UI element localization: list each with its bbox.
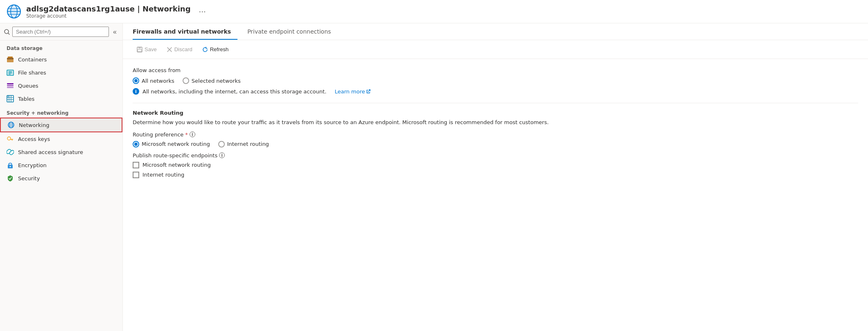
all-networks-label: All networks	[142, 78, 174, 84]
discard-button[interactable]: Discard	[163, 44, 197, 54]
sas-label: Shared access signature	[18, 149, 83, 155]
main-layout: « Data storage Containers	[0, 23, 868, 331]
internet-routing-option[interactable]: Internet routing	[218, 141, 269, 147]
tables-icon	[7, 95, 14, 102]
page-subtitle: Storage account	[26, 13, 191, 19]
learn-more-link[interactable]: Learn more	[335, 88, 371, 95]
collapse-sidebar-button[interactable]: «	[111, 27, 118, 36]
security-label: Security	[18, 175, 40, 181]
svg-rect-16	[7, 83, 14, 84]
svg-rect-24	[7, 95, 9, 97]
sidebar: « Data storage Containers	[0, 23, 123, 331]
microsoft-routing-checkbox[interactable]	[133, 162, 139, 168]
discard-icon	[167, 47, 172, 52]
save-button[interactable]: Save	[133, 44, 161, 54]
top-header: adlsg2datascans1rg1ause | Networking Sto…	[0, 0, 868, 23]
tabs-bar: Firewalls and virtual networks Private e…	[123, 23, 868, 40]
access-radio-group: All networks Selected networks	[133, 77, 858, 84]
file-shares-label: File shares	[18, 70, 46, 76]
svg-line-41	[368, 90, 370, 92]
svg-rect-18	[7, 87, 14, 88]
svg-rect-10	[8, 57, 13, 58]
svg-rect-38	[138, 50, 142, 52]
sas-icon	[7, 148, 14, 156]
info-icon: i	[133, 88, 139, 95]
allow-access-label: Allow access from	[133, 67, 858, 73]
containers-label: Containers	[18, 57, 47, 63]
file-shares-icon	[7, 69, 14, 76]
save-label: Save	[145, 46, 157, 52]
learn-more-label: Learn more	[335, 88, 365, 95]
networking-icon	[7, 121, 15, 129]
sidebar-item-security[interactable]: Security	[0, 172, 122, 185]
sidebar-item-tables[interactable]: Tables	[0, 92, 122, 105]
sidebar-item-sas[interactable]: Shared access signature	[0, 145, 122, 159]
info-text: All networks, including the internet, ca…	[142, 88, 326, 95]
microsoft-routing-label: Microsoft network routing	[142, 141, 210, 147]
page-title: adlsg2datascans1rg1ause | Networking	[26, 5, 191, 13]
sidebar-item-containers[interactable]: Containers	[0, 53, 122, 66]
publish-endpoints-label: Publish route-specific endpoints i	[133, 152, 858, 159]
tables-label: Tables	[18, 96, 34, 102]
sidebar-section-security-networking: Security + networking	[0, 105, 122, 118]
all-networks-radio[interactable]	[133, 77, 139, 84]
selected-networks-option[interactable]: Selected networks	[183, 77, 241, 84]
sidebar-item-networking[interactable]: Networking	[0, 118, 122, 132]
discard-label: Discard	[174, 46, 192, 52]
selected-networks-radio[interactable]	[183, 77, 189, 84]
sidebar-item-file-shares[interactable]: File shares	[0, 66, 122, 79]
svg-line-7	[8, 33, 9, 34]
refresh-button[interactable]: Refresh	[198, 44, 233, 54]
access-keys-label: Access keys	[18, 136, 50, 142]
svg-point-30	[7, 137, 11, 140]
routing-radio-group: Microsoft network routing Internet routi…	[133, 141, 858, 147]
sidebar-item-encryption[interactable]: Encryption	[0, 159, 122, 172]
queues-icon	[7, 82, 14, 89]
refresh-icon	[202, 47, 208, 52]
refresh-label: Refresh	[210, 46, 229, 52]
sidebar-item-access-keys[interactable]: Access keys	[0, 132, 122, 145]
network-routing-title: Network Routing	[133, 110, 858, 116]
external-link-icon	[366, 89, 371, 94]
sidebar-item-queues[interactable]: Queues	[0, 79, 122, 92]
sidebar-scroll: Data storage Containers	[0, 41, 122, 331]
routing-info-icon[interactable]: i	[190, 131, 195, 137]
microsoft-routing-option[interactable]: Microsoft network routing	[133, 141, 210, 147]
routing-preference-label: Routing preference * i	[133, 131, 858, 138]
routing-label-text: Routing preference	[133, 131, 183, 138]
publish-endpoints-text: Publish route-specific endpoints	[133, 152, 217, 159]
microsoft-routing-radio[interactable]	[133, 141, 139, 147]
queues-label: Queues	[18, 83, 38, 89]
resource-icon	[7, 4, 21, 19]
tab-firewalls[interactable]: Firewalls and virtual networks	[133, 23, 237, 40]
internet-routing-checkbox[interactable]	[133, 172, 139, 178]
toolbar: Save Discard Refresh	[123, 40, 868, 59]
publish-internet-label: Internet routing	[142, 172, 184, 178]
publish-microsoft-routing-checkbox[interactable]: Microsoft network routing	[133, 162, 858, 168]
internet-routing-radio[interactable]	[218, 141, 225, 147]
header-title-block: adlsg2datascans1rg1ause | Networking Sto…	[26, 5, 191, 19]
content-body: Allow access from All networks Selected …	[123, 59, 868, 190]
networking-label: Networking	[19, 122, 49, 128]
publish-internet-routing-checkbox[interactable]: Internet routing	[133, 172, 858, 178]
svg-rect-37	[138, 47, 141, 49]
selected-networks-label: Selected networks	[192, 78, 241, 84]
encryption-label: Encryption	[18, 162, 47, 168]
internet-routing-label: Internet routing	[227, 141, 269, 147]
info-message: i All networks, including the internet, …	[133, 88, 858, 95]
network-routing-desc: Determine how you would like to route yo…	[133, 118, 858, 127]
publish-info-icon[interactable]: i	[219, 152, 225, 158]
containers-icon	[7, 56, 14, 63]
sidebar-section-data-storage: Data storage	[0, 41, 122, 53]
tab-private-endpoints[interactable]: Private endpoint connections	[247, 23, 337, 40]
search-input[interactable]	[12, 27, 109, 37]
svg-point-35	[10, 166, 11, 167]
access-keys-icon	[7, 135, 14, 143]
all-networks-option[interactable]: All networks	[133, 77, 174, 84]
more-options-button[interactable]: ···	[199, 7, 206, 16]
publish-microsoft-label: Microsoft network routing	[142, 162, 211, 168]
divider-1	[133, 103, 858, 103]
search-icon	[4, 29, 10, 35]
svg-rect-9	[7, 58, 14, 59]
encryption-icon	[7, 161, 14, 169]
